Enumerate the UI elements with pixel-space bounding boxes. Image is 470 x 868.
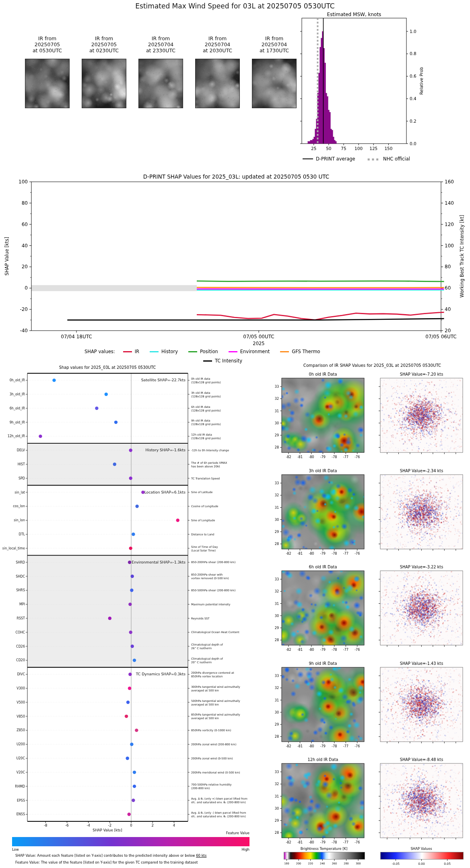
- svg-text:33: 33: [275, 770, 279, 774]
- nhc-official-dash-swatch: ▪▪▪: [367, 157, 380, 161]
- ir-satellite-image: [195, 59, 240, 108]
- histogram-legend: D-PRINT average ▪▪▪ NHC official: [303, 156, 410, 162]
- svg-text:V300: V300: [16, 687, 25, 690]
- svg-text:200hPa zonal wind (200-800 km): 200hPa zonal wind (200-800 km): [191, 743, 237, 746]
- timeseries-xlabel-year: 2025: [253, 341, 264, 346]
- legend-item-gfs-thermo: GFS Thermo: [280, 349, 320, 354]
- ir-thumbnail-1: IR from20250705at 0230UTC: [82, 35, 126, 108]
- svg-text:700-500hPa relative humidity: 700-500hPa relative humidity: [191, 783, 232, 786]
- ir-thumbnail-label: IR from20250704at 2030UTC: [195, 35, 240, 53]
- shap-value-map-0: [380, 378, 463, 453]
- svg-text:-80: -80: [309, 552, 314, 555]
- svg-text:07/04 18UTC: 07/04 18UTC: [61, 334, 92, 339]
- ir-data-map-0: [282, 378, 364, 453]
- svg-text:1.0: 1.0: [410, 29, 416, 34]
- ir-thumbnail-label: IR from20250705at 0530UTC: [25, 35, 70, 53]
- legend-item-label: TC Intensity: [215, 358, 242, 364]
- ir-thumbnail-3: IR from20250704at 2030UTC: [195, 35, 240, 108]
- svg-text:200hPa divergence centered at: 200hPa divergence centered at: [191, 671, 234, 675]
- svg-text:-80: -80: [309, 745, 314, 748]
- svg-text:-79: -79: [320, 455, 326, 459]
- feature-value-colorbar: [12, 837, 249, 846]
- svg-text:07/05 00UTC: 07/05 00UTC: [243, 334, 274, 339]
- timeseries-plot: 100806040200-20-401601401201008060402007…: [19, 179, 457, 339]
- svg-text:-82: -82: [286, 552, 291, 555]
- svg-text:28: 28: [275, 446, 279, 449]
- svg-text:COHC: COHC: [16, 631, 25, 634]
- svg-text:850hPa vortex location: 850hPa vortex location: [191, 675, 223, 678]
- svg-text:CD26: CD26: [16, 645, 25, 648]
- svg-text:SHAP Value=-1.43 kts: SHAP Value=-1.43 kts: [400, 661, 443, 666]
- svg-text:160: 160: [445, 179, 454, 185]
- legend-item-label: IR: [135, 349, 139, 354]
- svg-text:SPD: SPD: [19, 477, 25, 480]
- dotplot-title: Shap values for 2025_03L at 20250705 053…: [59, 365, 156, 370]
- svg-text:-79: -79: [320, 841, 326, 844]
- svg-text:60: 60: [22, 222, 28, 227]
- svg-text:29: 29: [275, 434, 279, 437]
- ir-data-map-3: [282, 667, 364, 742]
- svg-text:2: 2: [152, 823, 154, 827]
- legend-item-label: GFS Thermo: [292, 349, 320, 354]
- svg-text:Satellite SHAP=-22.7kts: Satellite SHAP=-22.7kts: [141, 378, 186, 382]
- svg-text:32: 32: [275, 590, 279, 593]
- svg-text:31: 31: [275, 602, 279, 606]
- svg-text:Distance to Land: Distance to Land: [191, 533, 214, 536]
- legend-swatch: [203, 360, 212, 362]
- colorbar-ticks: 180200220240260280300-0.050.000.05: [284, 859, 451, 866]
- svg-text:850-200hPa shear (200-800 km): 850-200hPa shear (200-800 km): [191, 561, 236, 564]
- svg-text:850-200hPa shear with: 850-200hPa shear with: [191, 573, 223, 576]
- svg-text:-82: -82: [286, 841, 291, 844]
- svg-text:28: 28: [275, 735, 279, 738]
- svg-text:0.05: 0.05: [444, 862, 451, 866]
- svg-text:Reynolds SST: Reynolds SST: [191, 617, 210, 620]
- svg-text:0: 0: [130, 823, 132, 827]
- svg-text:50: 50: [326, 146, 331, 151]
- svg-text:SHAP Value=-7.20 kts: SHAP Value=-7.20 kts: [400, 372, 443, 376]
- legend-item-environment: Environment: [229, 349, 270, 354]
- legend-item-position: Position: [188, 349, 218, 354]
- svg-text:30: 30: [275, 807, 279, 810]
- svg-text:33: 33: [275, 578, 279, 581]
- svg-text:300hPa tangential wind azimuth: 300hPa tangential wind azimuthally: [191, 685, 240, 689]
- svg-text:V850: V850: [16, 715, 25, 718]
- svg-text:32: 32: [275, 397, 279, 401]
- svg-text:850hPa vorticity (0-1000 km): 850hPa vorticity (0-1000 km): [191, 729, 231, 732]
- svg-text:850-500hPa shear (200-800 km): 850-500hPa shear (200-800 km): [191, 589, 236, 592]
- brightness-colorbar-title: Brightness Temperature [K]: [301, 847, 348, 851]
- shap-value-map-4: [380, 763, 463, 838]
- svg-text:-77: -77: [343, 455, 348, 459]
- svg-text:U200: U200: [16, 743, 25, 746]
- ir-data-map-1: [282, 475, 364, 549]
- shap-values-colorbar: [380, 852, 464, 860]
- svg-text:75: 75: [341, 146, 346, 151]
- nhc-official-label: NHC official: [383, 156, 410, 162]
- svg-text:Sine of Time of Day: Sine of Time of Day: [191, 545, 218, 549]
- svg-text:sin_lon: sin_lon: [14, 518, 25, 522]
- svg-text:(128x128 grid points): (128x128 grid points): [191, 381, 221, 384]
- svg-text:0.0: 0.0: [410, 141, 416, 146]
- svg-text:0.2: 0.2: [410, 119, 416, 123]
- svg-text:33: 33: [275, 674, 279, 678]
- brightness-temperature-colorbar: [284, 852, 365, 860]
- svg-text:DELV: DELV: [17, 448, 25, 452]
- svg-text:V20C: V20C: [16, 771, 25, 774]
- svg-text:3h_old_IR: 3h_old_IR: [10, 393, 25, 396]
- svg-text:RSST: RSST: [16, 617, 25, 620]
- shap-values-legend-label: SHAP values:: [85, 349, 115, 354]
- shap-value-footnote: SHAP Value: Amount each feature [listed …: [15, 854, 206, 858]
- ir-thumbnail-4: IR from20250704at 1730UTC: [252, 35, 297, 108]
- svg-text:120: 120: [445, 222, 454, 227]
- histogram-title: Estimated MSW, knots: [327, 12, 381, 17]
- svg-text:sin_local_time: sin_local_time: [2, 547, 25, 550]
- svg-text:200: 200: [296, 862, 301, 865]
- svg-text:3h old IR data: 3h old IR data: [191, 391, 210, 395]
- svg-text:6h_old_IR: 6h_old_IR: [10, 407, 25, 410]
- svg-text:26° C isotherm: 26° C isotherm: [191, 647, 212, 650]
- svg-text:125: 125: [369, 146, 377, 151]
- svg-text:-4: -4: [87, 823, 90, 827]
- svg-text:-12h to 0h Intensity change: -12h to 0h Intensity change: [191, 449, 229, 452]
- svg-text:HIST: HIST: [18, 463, 25, 466]
- svg-text:80: 80: [22, 200, 28, 206]
- svg-text:DTL: DTL: [19, 533, 25, 536]
